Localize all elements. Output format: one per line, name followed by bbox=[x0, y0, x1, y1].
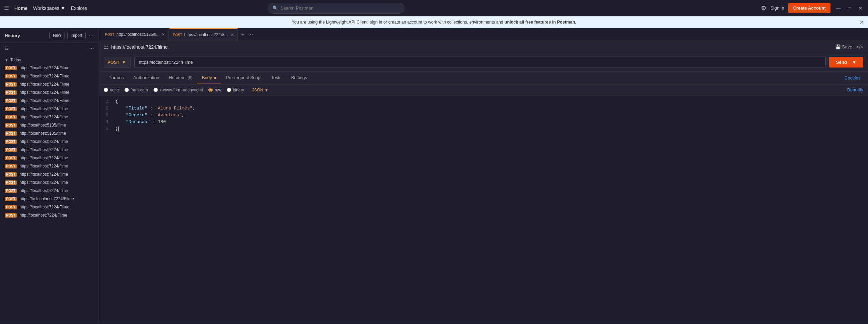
save-icon: 💾 bbox=[835, 44, 841, 49]
add-tab-button[interactable]: + bbox=[238, 31, 248, 38]
list-item[interactable]: POST https://localhost:7224/Filme bbox=[0, 203, 99, 211]
tab-pre-request[interactable]: Pre-request Script bbox=[221, 72, 266, 84]
settings-icon[interactable]: ⚙ bbox=[761, 4, 766, 12]
banner-close-button[interactable]: ✕ bbox=[859, 19, 864, 26]
method-badge: POST bbox=[5, 148, 17, 152]
method-select[interactable]: POST ▼ bbox=[104, 57, 131, 68]
request-url: https://localhost:7224/filme bbox=[19, 156, 68, 160]
url-input[interactable] bbox=[134, 57, 826, 68]
list-item[interactable]: POST https://localhost:7224/Filme bbox=[0, 80, 99, 88]
method-badge: POST bbox=[5, 197, 17, 201]
main-layout: History New Import ⋯ ☷ ⋯ ▼ Today POST ht… bbox=[0, 28, 868, 323]
sidebar-more-button[interactable]: ⋯ bbox=[88, 32, 94, 39]
list-item[interactable]: POST https://localhost:7224/filme bbox=[0, 137, 99, 146]
home-nav[interactable]: Home bbox=[14, 5, 28, 11]
code-line-2: "Titulo" : "Alura Filmes", bbox=[115, 105, 865, 112]
code-line-1: { bbox=[115, 98, 865, 105]
sidebar-filter: ☷ ⋯ bbox=[0, 43, 99, 54]
list-item[interactable]: POST https://localhost:7224/filme bbox=[0, 154, 99, 162]
list-item[interactable]: POST https://localhost:7224/filme bbox=[0, 178, 99, 187]
method-badge: POST bbox=[5, 180, 17, 185]
tab-body[interactable]: Body bbox=[197, 72, 221, 84]
request-title: https://localhost:7224/filme bbox=[111, 44, 168, 50]
tab-2[interactable]: POST https://localhost:7224/f... ✕ bbox=[170, 28, 238, 41]
list-item[interactable]: POST https://localhost:7224/filme bbox=[0, 146, 99, 154]
main-content: ☷ https://localhost:7224/filme 💾 Save </… bbox=[99, 41, 868, 323]
line-numbers: 1 2 3 4 5 bbox=[99, 98, 113, 321]
tab-headers[interactable]: Headers (8) bbox=[164, 72, 197, 84]
beautify-button[interactable]: Beautify bbox=[847, 87, 863, 92]
signin-button[interactable]: Sign In bbox=[770, 5, 784, 11]
sidebar-group-header[interactable]: ▼ Today bbox=[0, 56, 99, 64]
method-badge: POST bbox=[5, 164, 17, 168]
list-item[interactable]: POST https://localhost:7224/filme bbox=[0, 162, 99, 170]
list-item[interactable]: POST https://localhost:7224/filme bbox=[0, 113, 99, 121]
tab-right-actions: Cookies bbox=[842, 72, 863, 84]
create-account-button[interactable]: Create Account bbox=[788, 3, 830, 13]
url-bar: POST ▼ Send ▼ bbox=[99, 53, 868, 72]
method-badge: POST bbox=[5, 131, 17, 136]
search-placeholder: Search Postman bbox=[281, 5, 313, 11]
radio-urlencoded[interactable]: x-www-form-urlencoded bbox=[153, 88, 203, 92]
hamburger-icon[interactable]: ☰ bbox=[4, 5, 9, 11]
close-button[interactable]: ✕ bbox=[857, 5, 864, 11]
radio-none[interactable]: none bbox=[104, 88, 119, 92]
send-dropdown-arrow[interactable]: ▼ bbox=[849, 60, 856, 65]
workspaces-nav[interactable]: Workspaces ▼ bbox=[33, 5, 65, 11]
new-button[interactable]: New bbox=[49, 32, 64, 39]
request-url: https://localhost:7224/filme bbox=[19, 147, 68, 152]
sidebar: History New Import ⋯ ☷ ⋯ ▼ Today POST ht… bbox=[0, 28, 99, 323]
method-badge: POST bbox=[5, 156, 17, 160]
code-line-3: "Genero" : "Aventura", bbox=[115, 112, 865, 119]
sidebar-filter-dots[interactable]: ⋯ bbox=[89, 46, 94, 51]
tab-authorization[interactable]: Authorization bbox=[129, 72, 164, 84]
code-content[interactable]: { "Titulo" : "Alura Filmes", "Genero" : … bbox=[113, 98, 868, 321]
list-item[interactable]: POST https://localhost:7224/filme bbox=[0, 187, 99, 195]
radio-binary[interactable]: binary bbox=[227, 88, 244, 92]
sidebar-header: History New Import ⋯ bbox=[0, 28, 99, 43]
request-title-bar: ☷ https://localhost:7224/filme 💾 Save </… bbox=[99, 41, 868, 53]
minimize-button[interactable]: — bbox=[835, 5, 842, 11]
send-button[interactable]: Send ▼ bbox=[829, 57, 863, 68]
radio-form-data[interactable]: form-data bbox=[124, 88, 148, 92]
list-item[interactable]: POST https://localhost:7224/Filme bbox=[0, 64, 99, 72]
request-url: https://localhost:7224/filme bbox=[19, 172, 68, 177]
list-item[interactable]: POST http://localhost:5135/filme bbox=[0, 129, 99, 137]
text-cursor bbox=[118, 127, 119, 131]
list-item[interactable]: POST https://to.localhost:7224/Filme bbox=[0, 195, 99, 203]
maximize-button[interactable]: ◻ bbox=[846, 5, 853, 11]
tab-close-button[interactable]: ✕ bbox=[231, 32, 234, 37]
request-url: https://localhost:7224/Filme bbox=[19, 205, 69, 209]
tab-1[interactable]: POST http://localhost:5135/fi... ✕ bbox=[102, 28, 169, 41]
import-button[interactable]: Import bbox=[67, 32, 86, 39]
list-item[interactable]: POST https://localhost:7224/Filme bbox=[0, 88, 99, 97]
list-item[interactable]: POST https://localhost:7224/filme bbox=[0, 170, 99, 178]
tab-tests[interactable]: Tests bbox=[266, 72, 286, 84]
request-url: https://localhost:7224/filme bbox=[19, 188, 68, 193]
cookies-button[interactable]: Cookies bbox=[842, 72, 863, 84]
list-item[interactable]: POST https://localhost:7224/filme bbox=[0, 105, 99, 113]
list-item[interactable]: POST https://localhost:7224/Filme bbox=[0, 97, 99, 105]
filter-icon[interactable]: ☷ bbox=[5, 46, 9, 51]
list-item[interactable]: POST http://localhost:5135/filme bbox=[0, 121, 99, 129]
tab-settings[interactable]: Settings bbox=[286, 72, 312, 84]
explore-nav[interactable]: Explore bbox=[71, 5, 87, 11]
method-badge: POST bbox=[5, 90, 17, 95]
json-type-button[interactable]: JSON ▼ bbox=[252, 88, 268, 92]
request-url: https://localhost:7224/Filme bbox=[19, 65, 69, 70]
list-item[interactable]: POST http://localhost:7224/Filme bbox=[0, 211, 99, 219]
radio-raw[interactable]: raw bbox=[208, 88, 221, 92]
more-tabs-button[interactable]: ⋯ bbox=[248, 32, 253, 37]
request-url: https://localhost:7224/filme bbox=[19, 115, 68, 119]
code-view-button[interactable]: </> bbox=[856, 44, 863, 50]
tab-params[interactable]: Params bbox=[104, 72, 129, 84]
request-url: https://localhost:7224/filme bbox=[19, 139, 68, 144]
code-editor[interactable]: 1 2 3 4 5 { "Titulo" : "Alura Filmes", "… bbox=[99, 95, 868, 323]
list-item[interactable]: POST https://localhost:7224/Filme bbox=[0, 72, 99, 80]
save-button[interactable]: 💾 Save bbox=[835, 44, 852, 49]
sidebar-title: History bbox=[5, 33, 20, 38]
request-url: https://localhost:7224/Filme bbox=[19, 90, 69, 95]
request-url: http://localhost:5135/filme bbox=[19, 131, 66, 136]
tab-close-button[interactable]: ✕ bbox=[162, 32, 165, 37]
search-bar[interactable]: 🔍 Search Postman bbox=[268, 3, 404, 14]
